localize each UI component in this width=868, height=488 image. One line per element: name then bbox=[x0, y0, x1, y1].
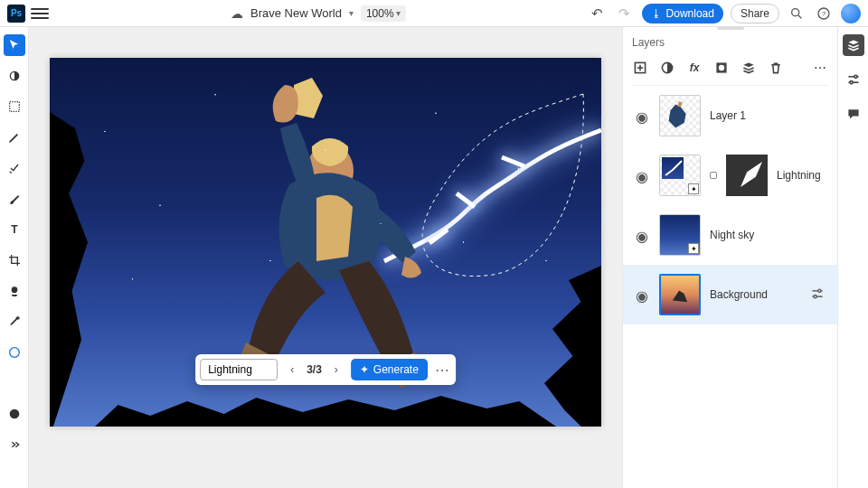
layer-row[interactable]: ◉ Background bbox=[623, 265, 837, 324]
canvas-area[interactable]: ‹ 3/3 › ✦ Generate ⋯ bbox=[29, 27, 622, 488]
visibility-icon[interactable]: ◉ bbox=[636, 168, 650, 183]
svg-point-0 bbox=[792, 8, 799, 15]
zoom-control[interactable]: 100% ▾ bbox=[361, 5, 406, 22]
generative-badge-icon: ✦ bbox=[688, 243, 699, 254]
svg-line-1 bbox=[798, 15, 801, 18]
download-button[interactable]: ⭳ Download bbox=[642, 4, 723, 23]
redo-icon[interactable]: ↷ bbox=[615, 4, 635, 23]
layers-panel: Layers fx ⋯ ◉ Layer 1 ◉ bbox=[622, 27, 837, 488]
more-tools[interactable] bbox=[4, 434, 25, 455]
svg-point-17 bbox=[719, 65, 724, 70]
text-tool[interactable]: T bbox=[4, 219, 25, 240]
cloud-icon: ☁ bbox=[231, 6, 243, 21]
more-options-icon[interactable]: ⋯ bbox=[433, 361, 451, 379]
layer-thumbnail[interactable]: ✦ bbox=[659, 214, 701, 256]
crop-tool[interactable] bbox=[4, 249, 25, 271]
svg-point-19 bbox=[818, 289, 821, 292]
doc-title-area: ☁ Brave New World ▾ 100% ▾ bbox=[54, 5, 582, 22]
help-icon[interactable]: ? bbox=[814, 4, 834, 23]
eyedropper-tool[interactable] bbox=[4, 311, 25, 333]
svg-text:T: T bbox=[11, 223, 18, 236]
mask-icon[interactable] bbox=[713, 60, 730, 76]
marquee-tool[interactable] bbox=[4, 96, 25, 117]
link-icon[interactable] bbox=[710, 172, 717, 179]
panel-grab-handle[interactable] bbox=[717, 26, 744, 30]
layer-name: Lightning bbox=[777, 169, 821, 182]
tree-silhouette bbox=[50, 112, 113, 427]
zoom-value: 100% bbox=[366, 7, 394, 20]
shape-tool[interactable] bbox=[4, 342, 25, 363]
lightning-graphic bbox=[366, 103, 601, 284]
mask-thumbnail[interactable] bbox=[726, 155, 768, 196]
user-avatar[interactable] bbox=[841, 4, 861, 23]
panel-more-icon[interactable]: ⋯ bbox=[812, 60, 828, 76]
share-button[interactable]: Share bbox=[731, 4, 779, 23]
fx-icon[interactable]: fx bbox=[686, 60, 703, 76]
doc-chevron-icon[interactable]: ▾ bbox=[349, 8, 354, 18]
prev-variation-button[interactable]: ‹ bbox=[283, 361, 301, 379]
svg-point-10 bbox=[9, 409, 19, 419]
transform-tool[interactable] bbox=[4, 65, 25, 87]
tool-bar: T bbox=[0, 27, 29, 488]
svg-rect-6 bbox=[9, 102, 19, 112]
fill-tool[interactable] bbox=[4, 403, 25, 425]
heal-tool[interactable] bbox=[4, 157, 25, 179]
gradient-tool[interactable] bbox=[4, 280, 25, 302]
document-title[interactable]: Brave New World bbox=[250, 6, 342, 20]
panel-title: Layers bbox=[632, 36, 828, 49]
move-tool[interactable] bbox=[4, 34, 25, 56]
layer-name: Night sky bbox=[710, 229, 754, 241]
layer-thumbnail[interactable] bbox=[659, 274, 701, 315]
undo-icon[interactable]: ↶ bbox=[588, 4, 608, 23]
svg-point-8 bbox=[11, 286, 17, 293]
generative-fill-bar: ‹ 3/3 › ✦ Generate ⋯ bbox=[195, 354, 456, 385]
tree-silhouette bbox=[95, 390, 556, 427]
layer-toolbar: fx ⋯ bbox=[632, 56, 828, 86]
download-icon: ⭳ bbox=[651, 7, 662, 20]
delete-icon[interactable] bbox=[768, 60, 784, 76]
svg-point-11 bbox=[307, 144, 354, 198]
comments-tab-icon[interactable] bbox=[843, 103, 864, 125]
svg-point-25 bbox=[850, 81, 853, 84]
svg-point-21 bbox=[814, 295, 816, 297]
person-graphic bbox=[190, 76, 452, 419]
next-variation-button[interactable]: › bbox=[327, 361, 345, 379]
layer-thumbnail[interactable]: ✦ bbox=[659, 155, 701, 196]
paint-tool[interactable] bbox=[4, 188, 25, 210]
arrange-tool[interactable] bbox=[4, 372, 25, 394]
layers-tab-icon[interactable] bbox=[843, 34, 864, 56]
adjustment-icon[interactable] bbox=[659, 60, 675, 76]
layer-properties-icon[interactable] bbox=[810, 286, 825, 304]
zoom-chevron-icon: ▾ bbox=[396, 8, 401, 18]
app-logo[interactable]: Ps bbox=[7, 5, 25, 23]
add-layer-icon[interactable] bbox=[632, 60, 648, 76]
generate-button[interactable]: ✦ Generate bbox=[351, 359, 428, 380]
layers-list: ◉ Layer 1 ◉ ✦ Lightning ◉ bbox=[632, 86, 828, 324]
brush-tool[interactable] bbox=[4, 127, 25, 148]
right-rail bbox=[837, 27, 868, 488]
stack-icon[interactable] bbox=[741, 60, 757, 76]
generative-badge-icon: ✦ bbox=[688, 183, 699, 194]
visibility-icon[interactable]: ◉ bbox=[636, 287, 650, 302]
lasso-selection bbox=[303, 85, 592, 302]
properties-tab-icon[interactable] bbox=[843, 69, 864, 90]
visibility-icon[interactable]: ◉ bbox=[636, 228, 650, 242]
layer-name: Background bbox=[710, 288, 768, 301]
menu-icon[interactable] bbox=[31, 8, 49, 19]
search-icon[interactable] bbox=[787, 4, 807, 23]
tree-silhouette bbox=[520, 266, 601, 427]
layer-thumbnail[interactable] bbox=[659, 95, 701, 136]
layer-row[interactable]: ◉ ✦ Night sky bbox=[632, 205, 828, 265]
visibility-icon[interactable]: ◉ bbox=[636, 108, 650, 123]
prompt-input[interactable] bbox=[200, 359, 278, 380]
svg-point-23 bbox=[854, 75, 856, 78]
top-bar: Ps ☁ Brave New World ▾ 100% ▾ ↶ ↷ ⭳ Down… bbox=[0, 0, 868, 27]
svg-point-9 bbox=[9, 348, 19, 358]
sparkle-icon: ✦ bbox=[360, 363, 369, 376]
layer-row[interactable]: ◉ ✦ Lightning bbox=[632, 145, 828, 205]
svg-text:?: ? bbox=[822, 9, 826, 17]
variation-count: 3/3 bbox=[307, 363, 322, 376]
layer-name: Layer 1 bbox=[710, 109, 746, 122]
layer-row[interactable]: ◉ Layer 1 bbox=[632, 86, 828, 145]
canvas[interactable]: ‹ 3/3 › ✦ Generate ⋯ bbox=[50, 58, 601, 427]
